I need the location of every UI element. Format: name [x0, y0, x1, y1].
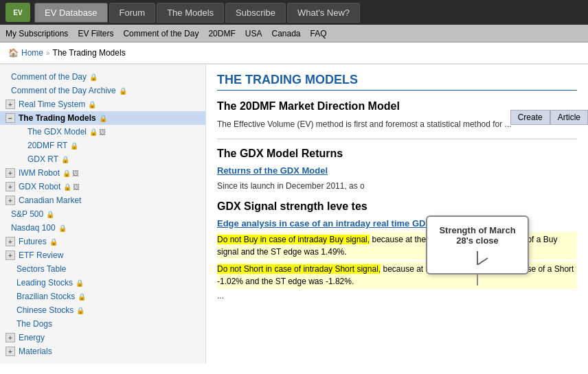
- lock-icon: 🔒: [99, 115, 107, 122]
- main-layout: Comment of the Day 🔒 Comment of the Day …: [0, 65, 588, 364]
- lock-icon: 🔒: [76, 307, 84, 314]
- sidebar-group-materials[interactable]: + Materials: [0, 344, 205, 358]
- image-icon2: 🖼: [72, 170, 79, 177]
- lock-icon: 🔒: [58, 224, 67, 232]
- tab-ev-database[interactable]: EV Database: [34, 3, 108, 23]
- expand-icon: +: [5, 100, 15, 109]
- nav-faq[interactable]: FAQ: [310, 29, 327, 38]
- tab-forum[interactable]: Forum: [109, 3, 156, 23]
- sidebar-group-real-time[interactable]: + Real Time System 🔒: [0, 97, 205, 111]
- sidebar-item-gdx-rt[interactable]: GDX RT 🔒: [16, 152, 205, 166]
- section1-text: The Effective Volume (EV) method is firs…: [217, 118, 577, 130]
- lock-icon: 🔒: [63, 183, 71, 191]
- tab-subscribe[interactable]: Subscribe: [225, 3, 286, 23]
- expand-icon: +: [5, 168, 15, 178]
- sidebar-item-brazilian-stocks[interactable]: Brazilian Stocks 🔒: [0, 290, 205, 303]
- sidebar-group-etf-review[interactable]: + ETF Review: [0, 248, 205, 262]
- nav-ev-filters[interactable]: EV Filters: [78, 29, 113, 38]
- sidebar-group-gdx-robot[interactable]: + GDX Robot 🔒 🖼: [0, 180, 205, 194]
- section1-heading: The 20DMF Market Direction Model: [217, 100, 577, 113]
- sidebar-item-20dmf-rt[interactable]: 20DMF RT 🔒: [16, 139, 205, 152]
- lock-icon: 🔒: [89, 128, 98, 136]
- lock-icon: 🔒: [89, 73, 98, 81]
- nav-20dmf[interactable]: 20DMF: [208, 29, 235, 38]
- sidebar-item-leading-stocks[interactable]: Leading Stocks 🔒: [0, 276, 205, 290]
- page-title: THE TRADING MODELS: [217, 73, 577, 91]
- sidebar-group-iwm-robot[interactable]: + IWM Robot 🔒 🖼: [0, 166, 205, 180]
- nav-my-subscriptions[interactable]: My Subscriptions: [5, 29, 68, 38]
- breadcrumb-sep: »: [46, 49, 50, 57]
- expand-icon: +: [5, 250, 15, 260]
- sidebar-item-the-dogs[interactable]: The Dogs: [0, 317, 205, 331]
- sidebar-item-chinese-stocks[interactable]: Chinese Stocks 🔒: [0, 303, 205, 317]
- breadcrumb: 🏠 Home » The Trading Models: [0, 43, 588, 64]
- expand-icon: +: [5, 347, 15, 356]
- nav-usa[interactable]: USA: [245, 29, 262, 38]
- expand-icon: +: [5, 196, 15, 205]
- nav-comment-of-day[interactable]: Comment of the Day: [123, 29, 199, 38]
- line1-highlight: Do not Buy in case of intraday Buy signa…: [217, 235, 370, 244]
- arrow-graphic: [464, 251, 491, 265]
- sidebar-item-comment-archive[interactable]: Comment of the Day Archive 🔒: [0, 84, 205, 97]
- sidebar-item-gdx-model[interactable]: The GDX Model 🔒 🖼: [16, 125, 205, 139]
- divider1: [217, 139, 577, 139]
- lock-icon: 🔒: [63, 170, 71, 177]
- sidebar-item-sectors-table[interactable]: Sectors Table: [0, 262, 205, 276]
- sidebar-group-sp500[interactable]: S&P 500 🔒: [0, 207, 205, 221]
- section3-heading: GDX Signal strength leve tes: [217, 200, 577, 213]
- sidebar-group-trading-models[interactable]: − The Trading Models 🔒: [0, 111, 205, 125]
- secondary-nav: My Subscriptions EV Filters Comment of t…: [0, 25, 588, 43]
- lock-icon: 🔒: [46, 211, 54, 218]
- lock-icon: 🔒: [78, 293, 86, 301]
- tooltip-text: Strength of March 28's close: [439, 225, 515, 246]
- sidebar-group-canadian-market[interactable]: + Canadian Market: [0, 194, 205, 207]
- image-icon: 🖼: [99, 128, 106, 136]
- expand-icon: +: [5, 182, 15, 191]
- section2-heading: The GDX Model Returns: [217, 148, 577, 160]
- ev-logo: EV: [5, 3, 30, 22]
- content-area: THE TRADING MODELS The 20DMF Market Dire…: [206, 65, 588, 364]
- expand-icon: +: [5, 237, 15, 246]
- home-icon: 🏠: [8, 48, 19, 58]
- tooltip-callout: Strength of March 28's close: [426, 215, 529, 274]
- section2-text: Since its launch in December 2011, as o: [217, 180, 577, 192]
- lock-icon: 🔒: [76, 279, 84, 287]
- sidebar-group-futures[interactable]: + Futures 🔒: [0, 235, 205, 248]
- tab-models[interactable]: The Models: [157, 3, 224, 23]
- tab-whats-new[interactable]: What's New?: [287, 3, 360, 23]
- collapse-icon: −: [5, 113, 15, 123]
- top-nav: EV EV Database Forum The Models Subscrib…: [0, 0, 588, 25]
- sidebar-group-energy[interactable]: + Energy: [0, 331, 205, 344]
- image-icon3: 🖼: [73, 183, 80, 191]
- sidebar-item-comment-day[interactable]: Comment of the Day 🔒: [0, 70, 205, 84]
- ellipsis: ...: [217, 291, 577, 301]
- expand-icon: +: [5, 333, 15, 342]
- breadcrumb-home[interactable]: Home: [21, 48, 43, 58]
- trading-models-sub: The GDX Model 🔒 🖼 20DMF RT 🔒 GDX RT 🔒: [0, 125, 205, 166]
- lock-icon: 🔒: [70, 142, 78, 150]
- lock-icon: 🔒: [119, 87, 127, 95]
- section2-subheading[interactable]: Returns of the GDX Model: [217, 165, 577, 176]
- svg-line-1: [477, 258, 488, 265]
- nav-canada[interactable]: Canada: [271, 29, 300, 38]
- breadcrumb-current: The Trading Models: [53, 48, 126, 58]
- lock-icon: 🔒: [61, 156, 69, 163]
- line2-highlight: Do not Short in case of intraday Short s…: [217, 264, 381, 274]
- lock-icon: 🔒: [88, 101, 96, 108]
- sidebar-item-nasdaq100[interactable]: Nasdaq 100 🔒: [0, 221, 205, 235]
- lock-icon: 🔒: [49, 238, 58, 246]
- sidebar: Comment of the Day 🔒 Comment of the Day …: [0, 65, 206, 364]
